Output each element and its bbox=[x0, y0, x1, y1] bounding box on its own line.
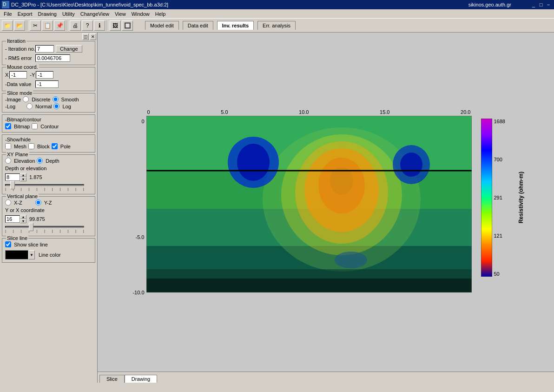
bottom-tab-drawing[interactable]: Drawing bbox=[125, 375, 157, 383]
toolbar-extra1[interactable]: 🖼 bbox=[110, 20, 121, 31]
minimize-button[interactable]: _ bbox=[530, 2, 537, 7]
yx-spin-row: ▲ ▼ 99.875 bbox=[5, 215, 92, 223]
toolbar-print[interactable]: 🖨 bbox=[70, 20, 81, 31]
bitmap-checkbox[interactable] bbox=[5, 123, 11, 129]
toolbar-sep2 bbox=[67, 20, 68, 31]
yz-radio[interactable] bbox=[35, 199, 41, 206]
change-button[interactable]: Change bbox=[56, 45, 82, 53]
x-label-3: 15.0 bbox=[380, 109, 389, 115]
bitmap-cb-row: Bitmap Contour bbox=[5, 123, 92, 129]
depth-spinbox-input[interactable] bbox=[5, 173, 20, 181]
color-dropdown-button[interactable]: ▼ bbox=[28, 250, 35, 259]
maximize-button[interactable]: □ bbox=[537, 2, 545, 7]
svg-text:D: D bbox=[3, 2, 6, 7]
yx-slider-thumb[interactable] bbox=[29, 223, 33, 231]
close-button[interactable]: − bbox=[545, 2, 552, 7]
scale-val-291: 291 bbox=[494, 195, 505, 200]
depth-slider-track[interactable] bbox=[5, 184, 84, 186]
svg-rect-18 bbox=[146, 279, 472, 292]
yx-spin-btns: ▲ ▼ bbox=[20, 215, 26, 223]
rms-input[interactable] bbox=[35, 54, 70, 62]
toolbar-help[interactable]: ? bbox=[82, 20, 93, 31]
colorscale-inner: 1688 700 291 121 50 bbox=[481, 119, 492, 278]
rms-row: - RMS error bbox=[5, 54, 92, 62]
vertical-plane-title: Vertical plane bbox=[6, 193, 39, 199]
resistivity-label: Resistivity (ohm-m) bbox=[518, 172, 524, 223]
menu-window[interactable]: Window bbox=[129, 10, 152, 18]
tab-model-edit[interactable]: Model edit bbox=[145, 21, 179, 30]
bitmap-label: Bitmap bbox=[14, 124, 30, 129]
resize-restore[interactable]: ◫ bbox=[82, 33, 89, 40]
toolbar-extra2[interactable]: 🔲 bbox=[122, 20, 133, 31]
yx-spinbox: ▲ ▼ bbox=[5, 215, 26, 223]
depth-spinbox: ▲ ▼ bbox=[5, 173, 26, 181]
data-input[interactable] bbox=[35, 80, 59, 88]
y-label: -Y bbox=[30, 72, 35, 78]
depth-elev-label: Depth or elevation bbox=[5, 166, 46, 171]
toolbar-about[interactable]: ℹ bbox=[94, 20, 105, 31]
yx-slider-container: ||||||||||| bbox=[5, 225, 92, 233]
x-label-0: 0 bbox=[147, 109, 150, 115]
discrete-radio[interactable] bbox=[23, 96, 29, 102]
main-layout: ◫ ✕ Iteration - Iteration no. 7 Change -… bbox=[0, 33, 554, 383]
panel-resize-btns: ◫ ✕ bbox=[82, 33, 96, 40]
pole-checkbox[interactable] bbox=[52, 143, 58, 149]
slice-line-title: Slice line bbox=[6, 235, 28, 241]
x-input[interactable] bbox=[9, 71, 27, 79]
colorscale-container: 1688 700 291 121 50 Resistivity (ohm-m) bbox=[481, 109, 524, 286]
scale-val-700: 700 bbox=[494, 157, 505, 162]
tab-inv-results[interactable]: Inv. results bbox=[217, 21, 254, 30]
iteration-no-input[interactable]: 7 bbox=[35, 45, 54, 53]
toolbar: 📁 📂 ✂ 📋 📌 🖨 ? ℹ 🖼 🔲 Model edit Data edit… bbox=[0, 19, 554, 33]
menu-view[interactable]: View bbox=[112, 10, 129, 18]
website-label: sikinos.geo.auth.gr bbox=[468, 2, 511, 7]
elevation-label: Elevation bbox=[14, 158, 35, 164]
menu-utility[interactable]: Utility bbox=[59, 10, 78, 18]
menu-help[interactable]: Help bbox=[152, 10, 169, 18]
data-label: -Data value bbox=[5, 81, 35, 87]
toolbar-open[interactable]: 📂 bbox=[14, 20, 25, 31]
contour-checkbox[interactable] bbox=[32, 123, 38, 129]
scale-val-50: 50 bbox=[494, 271, 505, 277]
toolbar-paste[interactable]: 📌 bbox=[54, 20, 65, 31]
yx-spin-down[interactable]: ▼ bbox=[20, 219, 26, 223]
elevation-radio[interactable] bbox=[5, 158, 11, 164]
depth-spin-down[interactable]: ▼ bbox=[20, 177, 26, 181]
tab-err-analysis[interactable]: Err. analysis bbox=[257, 21, 296, 30]
log-radio[interactable] bbox=[53, 103, 59, 109]
bottom-tab-slice[interactable]: Slice bbox=[99, 375, 125, 383]
slice-mode-title: Slice mode bbox=[6, 90, 33, 96]
yx-spinbox-input[interactable] bbox=[5, 215, 20, 223]
y-input[interactable] bbox=[36, 71, 53, 79]
chart-canvas bbox=[146, 116, 472, 292]
smooth-radio[interactable] bbox=[53, 96, 59, 102]
menu-file[interactable]: File bbox=[1, 10, 15, 18]
yx-coord-label: Y or X coordinate bbox=[5, 207, 45, 213]
xz-label: X-Z bbox=[14, 200, 22, 206]
xz-radio[interactable] bbox=[5, 199, 11, 206]
depth-slider-container: ||||||||||| bbox=[5, 183, 92, 191]
block-checkbox[interactable] bbox=[28, 143, 34, 149]
depth-spin-up[interactable]: ▲ bbox=[20, 173, 26, 177]
menu-export[interactable]: Export bbox=[15, 10, 35, 18]
yx-spin-up[interactable]: ▲ bbox=[20, 215, 26, 219]
discrete-label: Discrete bbox=[32, 97, 50, 102]
yx-slider-track[interactable] bbox=[5, 226, 84, 228]
left-panel: ◫ ✕ Iteration - Iteration no. 7 Change -… bbox=[0, 33, 98, 383]
toolbar-cut[interactable]: ✂ bbox=[30, 20, 41, 31]
toolbar-sep1 bbox=[27, 20, 28, 31]
toolbar-new[interactable]: 📁 bbox=[2, 20, 13, 31]
toolbar-copy[interactable]: 📋 bbox=[42, 20, 53, 31]
depth-slider-thumb[interactable] bbox=[10, 181, 15, 189]
color-button[interactable] bbox=[5, 250, 28, 259]
menu-drawing[interactable]: Drawing bbox=[35, 10, 59, 18]
resize-close[interactable]: ✕ bbox=[90, 33, 96, 40]
menu-changeview[interactable]: ChangeView bbox=[78, 10, 112, 18]
mesh-checkbox[interactable] bbox=[5, 143, 11, 149]
show-slice-checkbox[interactable] bbox=[5, 241, 11, 247]
tab-data-edit[interactable]: Data edit bbox=[183, 21, 213, 30]
iteration-no-label: - Iteration no. bbox=[5, 46, 35, 52]
depth-radio[interactable] bbox=[37, 158, 43, 164]
normal-radio[interactable] bbox=[26, 103, 33, 109]
bottom-tabs: Slice Drawing bbox=[98, 372, 554, 383]
